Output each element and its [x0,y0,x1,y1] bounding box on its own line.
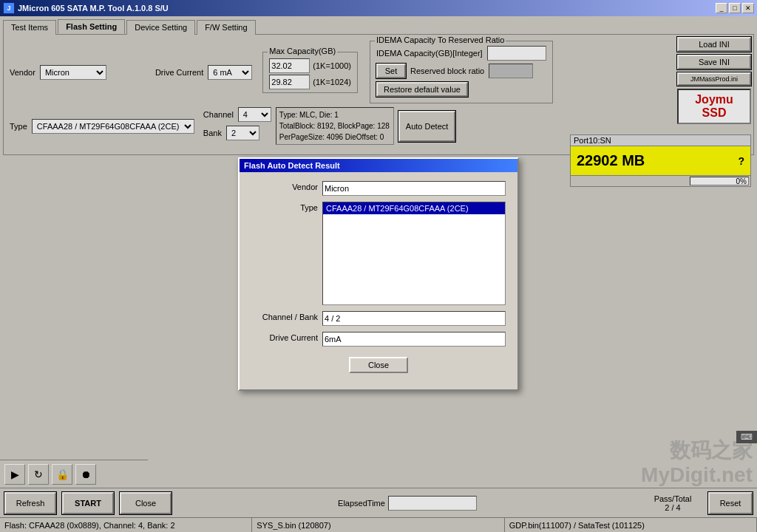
minimize-button[interactable]: _ [716,3,727,13]
modal-drive-current-label: Drive Current [251,332,318,342]
close-button[interactable]: ✕ [742,3,754,13]
modal-type-listbox[interactable]: CFAAA28 / MT29F64G08CFAAA (2CE) [322,202,506,305]
window-controls: _ □ ✕ [716,3,754,13]
title-bar: J JMicron 605 SATA M.P. Tool A.1.0.8 S/U… [0,0,757,16]
modal-type-row: Type CFAAA28 / MT29F64G08CFAAA (2CE) [251,202,506,305]
modal-drive-current-row: Drive Current [251,332,506,347]
modal-overlay: Flash Auto Detect Result Vendor Type CFA… [0,16,757,532]
modal-type-label: Type [251,202,318,212]
modal-channel-bank-label: Channel / Bank [251,311,318,321]
main-window: Test Items Flash Setting Device Setting … [0,16,757,532]
modal-vendor-label: Vendor [251,181,318,191]
modal-title-bar: Flash Auto Detect Result [240,159,517,172]
modal-vendor-input [322,181,506,196]
modal-drive-current-input [322,332,506,347]
modal-type-list-item[interactable]: CFAAA28 / MT29F64G08CFAAA (2CE) [323,202,505,214]
modal-title: Flash Auto Detect Result [244,161,340,170]
modal-footer: Close [251,352,506,381]
maximize-button[interactable]: □ [729,3,741,13]
modal-content: Vendor Type CFAAA28 / MT29F64G08CFAAA (2… [240,172,517,389]
modal-close-button[interactable]: Close [349,357,408,373]
modal-channel-bank-row: Channel / Bank [251,311,506,326]
modal-vendor-row: Vendor [251,181,506,196]
modal-channel-bank-input [322,311,506,326]
app-icon: J [3,2,15,14]
flash-auto-detect-dialog: Flash Auto Detect Result Vendor Type CFA… [238,157,519,391]
app-title: JMicron 605 SATA M.P. Tool A.1.0.8 S/U [18,4,716,13]
